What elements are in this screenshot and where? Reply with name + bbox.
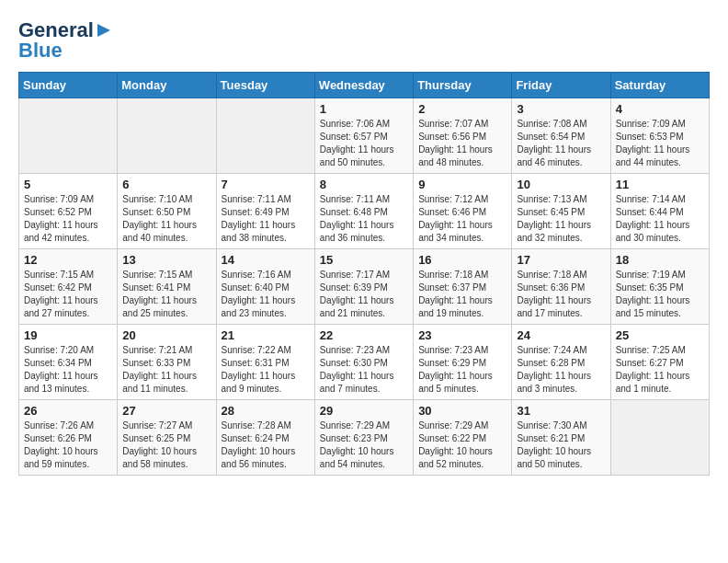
- day-info: Sunrise: 7:09 AMSunset: 6:52 PMDaylight:…: [24, 193, 112, 245]
- calendar-cell: 21 Sunrise: 7:22 AMSunset: 6:31 PMDaylig…: [216, 325, 314, 400]
- day-number: 14: [222, 253, 310, 267]
- day-number: 29: [320, 404, 408, 418]
- day-number: 25: [616, 328, 704, 342]
- calendar-cell: 24 Sunrise: 7:24 AMSunset: 6:28 PMDaylig…: [512, 325, 610, 400]
- logo-arrow-icon: [96, 22, 112, 39]
- day-number: 23: [418, 328, 506, 342]
- calendar-cell: 19 Sunrise: 7:20 AMSunset: 6:34 PMDaylig…: [19, 325, 118, 400]
- day-info: Sunrise: 7:09 AMSunset: 6:53 PMDaylight:…: [616, 118, 704, 169]
- day-info: Sunrise: 7:18 AMSunset: 6:37 PMDaylight:…: [418, 269, 506, 320]
- day-number: 6: [122, 178, 210, 191]
- weekday-header-row: SundayMondayTuesdayWednesdayThursdayFrid…: [19, 73, 710, 98]
- day-info: Sunrise: 7:10 AMSunset: 6:50 PMDaylight:…: [122, 193, 210, 245]
- day-number: 18: [616, 253, 704, 267]
- day-info: Sunrise: 7:30 AMSunset: 6:21 PMDaylight:…: [517, 419, 605, 471]
- day-number: 15: [320, 253, 408, 267]
- calendar-cell: [19, 98, 118, 174]
- day-info: Sunrise: 7:24 AMSunset: 6:28 PMDaylight:…: [517, 344, 605, 396]
- day-info: Sunrise: 7:13 AMSunset: 6:45 PMDaylight:…: [517, 193, 605, 245]
- calendar-cell: 29 Sunrise: 7:29 AMSunset: 6:23 PMDaylig…: [314, 400, 413, 476]
- day-number: 12: [24, 253, 112, 267]
- calendar-cell: 22 Sunrise: 7:23 AMSunset: 6:30 PMDaylig…: [314, 325, 413, 400]
- day-number: 7: [222, 178, 310, 191]
- day-info: Sunrise: 7:12 AMSunset: 6:46 PMDaylight:…: [418, 193, 506, 245]
- day-number: 3: [517, 102, 605, 116]
- calendar-cell: 6 Sunrise: 7:10 AMSunset: 6:50 PMDayligh…: [118, 174, 216, 249]
- day-info: Sunrise: 7:15 AMSunset: 6:41 PMDaylight:…: [122, 269, 210, 320]
- day-info: Sunrise: 7:21 AMSunset: 6:33 PMDaylight:…: [122, 344, 210, 396]
- calendar-cell: 12 Sunrise: 7:15 AMSunset: 6:42 PMDaylig…: [19, 249, 118, 325]
- day-number: 20: [122, 328, 210, 342]
- calendar-cell: 13 Sunrise: 7:15 AMSunset: 6:41 PMDaylig…: [118, 249, 216, 325]
- calendar-cell: 9 Sunrise: 7:12 AMSunset: 6:46 PMDayligh…: [414, 174, 512, 249]
- day-info: Sunrise: 7:25 AMSunset: 6:27 PMDaylight:…: [616, 344, 704, 396]
- calendar-week-row: 19 Sunrise: 7:20 AMSunset: 6:34 PMDaylig…: [19, 325, 710, 400]
- calendar-cell: 1 Sunrise: 7:06 AMSunset: 6:57 PMDayligh…: [314, 98, 413, 174]
- weekday-header-saturday: Saturday: [610, 73, 709, 98]
- calendar-cell: [216, 98, 314, 174]
- day-number: 1: [320, 102, 408, 116]
- day-number: 2: [418, 102, 506, 116]
- weekday-header-thursday: Thursday: [414, 73, 512, 98]
- day-info: Sunrise: 7:23 AMSunset: 6:29 PMDaylight:…: [418, 344, 506, 396]
- day-number: 21: [222, 328, 310, 342]
- calendar-cell: 3 Sunrise: 7:08 AMSunset: 6:54 PMDayligh…: [512, 98, 610, 174]
- weekday-header-wednesday: Wednesday: [314, 73, 413, 98]
- day-number: 17: [517, 253, 605, 267]
- calendar-cell: 15 Sunrise: 7:17 AMSunset: 6:39 PMDaylig…: [314, 249, 413, 325]
- calendar-cell: 25 Sunrise: 7:25 AMSunset: 6:27 PMDaylig…: [610, 325, 709, 400]
- calendar-week-row: 12 Sunrise: 7:15 AMSunset: 6:42 PMDaylig…: [19, 249, 710, 325]
- day-number: 22: [320, 328, 408, 342]
- day-number: 10: [517, 178, 605, 191]
- day-info: Sunrise: 7:16 AMSunset: 6:40 PMDaylight:…: [222, 269, 310, 320]
- calendar-cell: 28 Sunrise: 7:28 AMSunset: 6:24 PMDaylig…: [216, 400, 314, 476]
- calendar-cell: 30 Sunrise: 7:29 AMSunset: 6:22 PMDaylig…: [414, 400, 512, 476]
- weekday-header-monday: Monday: [118, 73, 216, 98]
- calendar-cell: 10 Sunrise: 7:13 AMSunset: 6:45 PMDaylig…: [512, 174, 610, 249]
- day-info: Sunrise: 7:22 AMSunset: 6:31 PMDaylight:…: [222, 344, 310, 396]
- calendar-cell: 4 Sunrise: 7:09 AMSunset: 6:53 PMDayligh…: [610, 98, 709, 174]
- day-number: 16: [418, 253, 506, 267]
- day-number: 9: [418, 178, 506, 191]
- weekday-header-friday: Friday: [512, 73, 610, 98]
- calendar-week-row: 5 Sunrise: 7:09 AMSunset: 6:52 PMDayligh…: [19, 174, 710, 249]
- day-number: 28: [222, 404, 310, 418]
- day-number: 5: [24, 178, 112, 191]
- logo-blue: Blue: [18, 39, 63, 63]
- day-info: Sunrise: 7:29 AMSunset: 6:23 PMDaylight:…: [320, 419, 408, 471]
- day-info: Sunrise: 7:14 AMSunset: 6:44 PMDaylight:…: [616, 193, 704, 245]
- day-number: 4: [616, 102, 704, 116]
- calendar-cell: 31 Sunrise: 7:30 AMSunset: 6:21 PMDaylig…: [512, 400, 610, 476]
- day-number: 26: [24, 404, 112, 418]
- day-info: Sunrise: 7:07 AMSunset: 6:56 PMDaylight:…: [418, 118, 506, 169]
- calendar-cell: [610, 400, 709, 476]
- calendar-week-row: 26 Sunrise: 7:26 AMSunset: 6:26 PMDaylig…: [19, 400, 710, 476]
- day-number: 8: [320, 178, 408, 191]
- calendar-cell: 17 Sunrise: 7:18 AMSunset: 6:36 PMDaylig…: [512, 249, 610, 325]
- calendar-week-row: 1 Sunrise: 7:06 AMSunset: 6:57 PMDayligh…: [19, 98, 710, 174]
- calendar-cell: 18 Sunrise: 7:19 AMSunset: 6:35 PMDaylig…: [610, 249, 709, 325]
- day-info: Sunrise: 7:18 AMSunset: 6:36 PMDaylight:…: [517, 269, 605, 320]
- page-header: General Blue: [18, 18, 710, 63]
- svg-marker-0: [97, 24, 110, 37]
- calendar-cell: 14 Sunrise: 7:16 AMSunset: 6:40 PMDaylig…: [216, 249, 314, 325]
- day-info: Sunrise: 7:15 AMSunset: 6:42 PMDaylight:…: [24, 269, 112, 320]
- day-info: Sunrise: 7:23 AMSunset: 6:30 PMDaylight:…: [320, 344, 408, 396]
- calendar-cell: 20 Sunrise: 7:21 AMSunset: 6:33 PMDaylig…: [118, 325, 216, 400]
- day-info: Sunrise: 7:19 AMSunset: 6:35 PMDaylight:…: [616, 269, 704, 320]
- calendar-cell: 11 Sunrise: 7:14 AMSunset: 6:44 PMDaylig…: [610, 174, 709, 249]
- day-info: Sunrise: 7:29 AMSunset: 6:22 PMDaylight:…: [418, 419, 506, 471]
- day-info: Sunrise: 7:27 AMSunset: 6:25 PMDaylight:…: [122, 419, 210, 471]
- calendar-cell: 27 Sunrise: 7:27 AMSunset: 6:25 PMDaylig…: [118, 400, 216, 476]
- day-number: 11: [616, 178, 704, 191]
- day-number: 19: [24, 328, 112, 342]
- calendar-cell: [118, 98, 216, 174]
- calendar-cell: 5 Sunrise: 7:09 AMSunset: 6:52 PMDayligh…: [19, 174, 118, 249]
- day-number: 31: [517, 404, 605, 418]
- calendar-cell: 23 Sunrise: 7:23 AMSunset: 6:29 PMDaylig…: [414, 325, 512, 400]
- logo: General Blue: [18, 18, 112, 63]
- weekday-header-sunday: Sunday: [19, 73, 118, 98]
- day-info: Sunrise: 7:11 AMSunset: 6:48 PMDaylight:…: [320, 193, 408, 245]
- day-number: 24: [517, 328, 605, 342]
- day-info: Sunrise: 7:08 AMSunset: 6:54 PMDaylight:…: [517, 118, 605, 169]
